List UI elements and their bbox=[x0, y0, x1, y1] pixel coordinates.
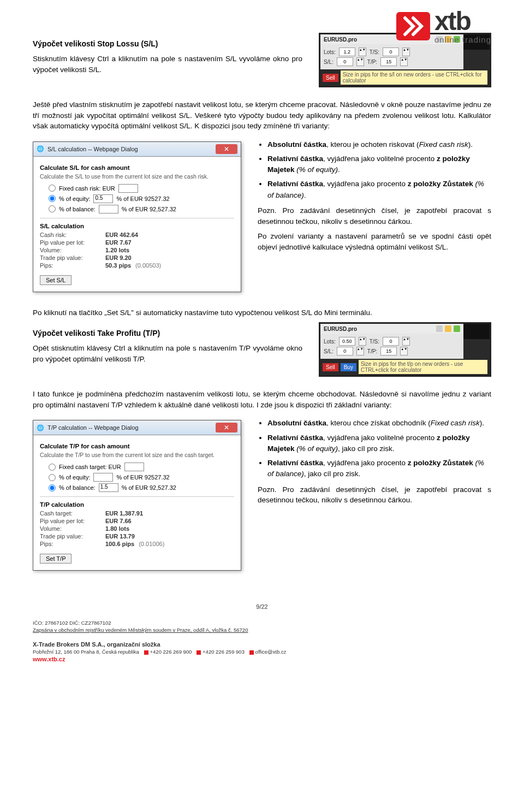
tp-input[interactable]: 15 bbox=[380, 57, 397, 66]
fixed-cash-input[interactable] bbox=[124, 463, 144, 471]
mini-terminal-tp: EURUSD.pro Lots: 0.50▲▼ T/S: 0▲▼ S bbox=[319, 322, 491, 384]
text-tp-note: Pozn. Pro zadávání desetinných čísel, je… bbox=[258, 484, 491, 506]
lots-label: Lots: bbox=[324, 49, 336, 55]
opt-pct-equity[interactable] bbox=[49, 474, 56, 481]
pct-balance-input[interactable]: 1.5 bbox=[99, 483, 118, 492]
text-tp-intro-2: I tato funkce je podmíněna předchozím na… bbox=[33, 389, 491, 410]
opt-pct-balance[interactable] bbox=[49, 484, 56, 491]
ts-spinner[interactable]: ▲▼ bbox=[402, 48, 410, 56]
ie-icon: 🌐 bbox=[37, 424, 44, 431]
dialog-title: 🌐 T/P calculation -- Webpage Dialog bbox=[37, 424, 139, 431]
page-footer: 9/22 IČO: 27867102 DIČ: CZ27867102 Zapsá… bbox=[33, 603, 491, 662]
text-sl-after-click: Po kliknutí na tlačítko „Set S/L" si aut… bbox=[33, 307, 491, 318]
symbol-label: EURUSD.pro bbox=[324, 37, 357, 43]
dialog-heading: Calculate S/L for cash amount bbox=[40, 164, 234, 171]
opt-fixed-cash[interactable] bbox=[49, 464, 56, 471]
text-sl-note: Pozn. Pro zadávání desetinných čísel, je… bbox=[258, 205, 491, 227]
bullet-icon bbox=[249, 650, 254, 655]
dialog-desc: Calculate the S/L to use from the curren… bbox=[40, 173, 234, 180]
tp-calculation-dialog: 🌐 T/P calculation -- Webpage Dialog ✕ Ca… bbox=[33, 420, 241, 571]
fixed-cash-input[interactable] bbox=[118, 184, 138, 193]
tp-label: T/P: bbox=[367, 59, 377, 65]
ie-icon: 🌐 bbox=[37, 145, 44, 152]
text-sl-intro-1: Stisknutím klávesy Ctrl a kliknutím na p… bbox=[33, 54, 302, 75]
bullet-icon bbox=[196, 650, 201, 655]
set-sl-button[interactable]: Set S/L bbox=[40, 275, 72, 285]
miniterm-hint: Size in pips for the t/p on new orders -… bbox=[359, 360, 487, 374]
sell-button[interactable]: Sell bbox=[323, 363, 338, 371]
lots-input[interactable]: 1.2 bbox=[339, 48, 355, 56]
set-tp-button[interactable]: Set T/P bbox=[40, 554, 72, 564]
ts-input[interactable]: 0 bbox=[383, 48, 399, 56]
opt-pct-equity[interactable] bbox=[49, 195, 56, 202]
sl-calculation-dialog: 🌐 S/L calculation -- Webpage Dialog ✕ Ca… bbox=[33, 141, 241, 292]
logo-text: xtb bbox=[434, 8, 491, 34]
page-number: 9/22 bbox=[33, 603, 491, 610]
miniterm-icons bbox=[436, 325, 460, 332]
sl-label: S/L: bbox=[324, 59, 334, 65]
tp-spinner[interactable]: ▲▼ bbox=[400, 57, 408, 66]
heading-sl: Výpočet velikosti Stop Lossu (S/L) bbox=[33, 39, 302, 48]
miniterm-hint: Size in pips for the s/l on new orders -… bbox=[341, 70, 487, 85]
pct-equity-input[interactable]: 0.5 bbox=[93, 194, 113, 203]
brand-logo: xtb online trading bbox=[396, 8, 491, 44]
sl-variants-list: Absolutní částka, kterou je ochoten risk… bbox=[267, 139, 491, 201]
pct-equity-input[interactable] bbox=[93, 473, 113, 482]
sparkline bbox=[463, 324, 490, 339]
symbol-label: EURUSD.pro bbox=[324, 326, 357, 332]
tp-input[interactable]: 15 bbox=[380, 347, 397, 355]
sell-button[interactable]: Sell bbox=[323, 74, 338, 82]
text-tp-intro-1: Opět stisknutím klávesy Ctrl a kliknutím… bbox=[33, 343, 302, 364]
lots-spinner[interactable]: ▲▼ bbox=[359, 48, 366, 56]
close-icon[interactable]: ✕ bbox=[216, 144, 237, 154]
website-link[interactable]: www.xtb.cz bbox=[33, 656, 491, 662]
sl-input[interactable]: 0 bbox=[337, 57, 353, 66]
buy-button[interactable]: Buy bbox=[341, 363, 356, 371]
sl-spinner[interactable]: ▲▼ bbox=[356, 57, 364, 66]
dialog-title: 🌐 S/L calculation -- Webpage Dialog bbox=[37, 145, 138, 152]
sl-input[interactable]: 0 bbox=[337, 347, 353, 355]
opt-fixed-cash[interactable] bbox=[49, 185, 56, 192]
text-sl-post: Po zvolení varianty a nastavení parametr… bbox=[258, 231, 491, 252]
opt-pct-balance[interactable] bbox=[49, 205, 56, 212]
heading-tp: Výpočet velikosti Take Profitu (T/P) bbox=[33, 329, 302, 337]
ts-label: T/S: bbox=[370, 49, 379, 55]
logo-subtitle: online trading bbox=[434, 35, 491, 44]
logo-icon bbox=[396, 12, 430, 40]
close-icon[interactable]: ✕ bbox=[216, 423, 237, 432]
lots-input[interactable]: 0.50 bbox=[339, 337, 355, 346]
pct-balance-input[interactable] bbox=[99, 205, 118, 214]
tp-variants-list: Absolutní částka, kterou chce získat obc… bbox=[267, 418, 491, 479]
ts-input[interactable]: 0 bbox=[383, 337, 399, 346]
bullet-icon bbox=[144, 650, 148, 655]
calc-heading: S/L calculation bbox=[40, 223, 234, 229]
text-sl-intro-2: Ještě před vlastním stisknutím je zapotř… bbox=[33, 99, 491, 132]
